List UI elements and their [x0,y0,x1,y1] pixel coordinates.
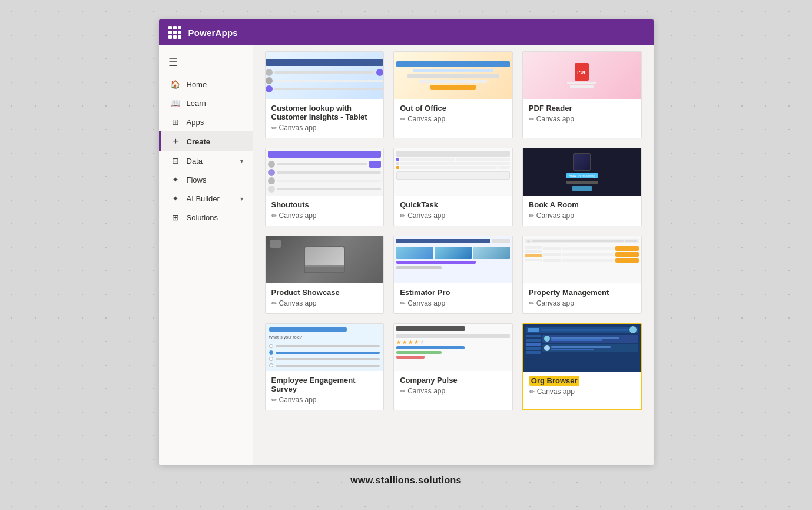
pencil-icon-8: ✏ [400,300,405,307]
pencil-icon-9: ✏ [529,300,534,307]
highlight-label: Org Browser [529,376,579,386]
app-header: PowerApps [159,19,654,45]
card-title-org-browser: Org Browser [529,376,635,385]
card-body-customer-lookup: Customer lookup with Customer Insights -… [266,99,384,138]
sidebar: ☰ 🏠 Home 📖 Learn ⊞ Apps ＋ Create ⊟ Data … [159,45,253,465]
sidebar-label-ai-builder: AI Builder [187,194,220,203]
solutions-icon: ⊞ [170,213,181,222]
sidebar-label-apps: Apps [187,118,204,127]
card-body-quicktask: QuickTask ✏ Canvas app [394,196,512,226]
card-customer-lookup[interactable]: Customer lookup with Customer Insights -… [265,51,385,138]
pencil-icon-12: ✏ [529,388,535,396]
pencil-icon-4: ✏ [271,212,277,220]
card-title-book-room: Book A Room [529,200,635,209]
card-thumbnail-pdf-reader: PDF [523,52,641,99]
sidebar-item-solutions[interactable]: ⊞ Solutions [159,208,253,227]
card-body-property-management: Property Management ✏ Canvas app [523,283,641,313]
card-book-room[interactable]: Book for meeting Book A Room ✏ Canvas ap… [522,148,642,226]
card-body-company-pulse: Company Pulse ✏ Canvas app [394,371,512,401]
app-window: PowerApps ☰ 🏠 Home 📖 Learn ⊞ Apps ＋ Crea… [159,19,654,465]
card-body-employee-engagement: Employee Engagement Survey ✏ Canvas app [266,371,384,410]
pencil-icon-5: ✏ [400,212,405,220]
card-thumbnail-shoutouts [266,148,384,196]
card-product-showcase[interactable]: Product Showcase ✏ Canvas app [265,236,385,314]
sidebar-item-create[interactable]: ＋ Create [159,131,253,151]
card-title-company-pulse: Company Pulse [400,376,506,385]
card-subtitle-org-browser: ✏ Canvas app [529,388,635,396]
hamburger-menu[interactable]: ☰ [159,50,253,75]
card-thumbnail-company-pulse [394,324,512,371]
card-out-of-office[interactable]: Out of Office ✏ Canvas app [393,51,513,138]
data-icon: ⊟ [170,156,181,165]
card-thumbnail-quicktask [394,148,512,196]
card-subtitle-company-pulse: ✏ Canvas app [400,387,506,395]
apps-icon: ⊞ [170,117,181,127]
sidebar-item-learn[interactable]: 📖 Learn [159,94,253,112]
card-quicktask[interactable]: QuickTask ✏ Canvas app [393,148,513,226]
main-layout: ☰ 🏠 Home 📖 Learn ⊞ Apps ＋ Create ⊟ Data … [159,45,654,465]
data-expand-icon: ▾ [240,158,243,164]
card-body-book-room: Book A Room ✏ Canvas app [523,196,641,226]
learn-icon: 📖 [170,98,181,108]
card-subtitle-out-of-office: ✏ Canvas app [400,115,506,123]
pencil-icon-2: ✏ [400,115,405,123]
card-employee-engagement[interactable]: What is your role? [265,323,385,410]
pencil-icon-3: ✏ [529,115,534,123]
card-subtitle-product-showcase: ✏ Canvas app [271,299,378,307]
card-title-pdf-reader: PDF Reader [529,104,635,112]
sidebar-label-create: Create [187,137,210,146]
card-body-out-of-office: Out of Office ✏ Canvas app [394,99,512,129]
card-thumbnail-property-management [523,236,641,283]
card-subtitle-property-management: ✏ Canvas app [529,299,635,307]
card-subtitle-book-room: ✏ Canvas app [529,211,635,220]
card-thumbnail-out-of-office [394,52,512,99]
cards-grid: Customer lookup with Customer Insights -… [265,51,642,410]
card-title-product-showcase: Product Showcase [271,288,378,297]
card-body-shoutouts: Shoutouts ✏ Canvas app [266,196,384,226]
card-subtitle-quicktask: ✏ Canvas app [400,211,506,220]
card-subtitle-shoutouts: ✏ Canvas app [271,211,378,220]
card-body-estimator-pro: Estimator Pro ✏ Canvas app [394,283,512,313]
sidebar-item-ai-builder[interactable]: ✦ AI Builder ▾ [159,189,253,208]
card-property-management[interactable]: Property Management ✏ Canvas app [522,236,642,314]
card-thumbnail-estimator-pro [394,236,512,283]
card-org-browser[interactable]: Org Browser ✏ Canvas app [522,323,642,410]
card-title-shoutouts: Shoutouts [271,200,378,209]
sidebar-label-home: Home [187,80,207,89]
sidebar-item-apps[interactable]: ⊞ Apps [159,112,253,131]
card-estimator-pro[interactable]: Estimator Pro ✏ Canvas app [393,236,513,314]
card-shoutouts[interactable]: Shoutouts ✏ Canvas app [265,148,385,226]
pencil-icon-7: ✏ [271,300,277,307]
footer-url: www.stallions.solutions [350,475,462,485]
card-company-pulse[interactable]: Company Pulse ✏ Canvas app [393,323,513,410]
card-subtitle-customer-lookup: ✏ Canvas app [271,124,378,132]
pencil-icon: ✏ [271,124,277,132]
pencil-icon-6: ✏ [529,212,534,220]
app-title: PowerApps [188,28,238,38]
card-thumbnail-product-showcase [266,236,384,283]
footer: www.stallions.solutions [350,465,462,491]
card-body-org-browser: Org Browser ✏ Canvas app [523,372,641,402]
card-subtitle-pdf-reader: ✏ Canvas app [529,115,635,123]
sidebar-label-solutions: Solutions [187,213,218,222]
card-title-quicktask: QuickTask [400,200,506,209]
waffle-icon[interactable] [168,26,181,39]
pencil-icon-11: ✏ [400,388,405,395]
create-icon: ＋ [170,136,181,147]
ai-builder-icon: ✦ [170,194,181,203]
card-title-customer-lookup: Customer lookup with Customer Insights -… [271,104,378,121]
card-thumbnail-customer-lookup [266,52,384,99]
home-icon: 🏠 [170,80,181,89]
sidebar-item-data[interactable]: ⊟ Data ▾ [159,151,253,170]
card-subtitle-estimator-pro: ✏ Canvas app [400,299,506,307]
pencil-icon-10: ✏ [271,396,277,404]
sidebar-item-home[interactable]: 🏠 Home [159,75,253,94]
sidebar-item-flows[interactable]: ✦ Flows [159,170,253,189]
card-subtitle-employee-engagement: ✏ Canvas app [271,396,378,404]
card-title-employee-engagement: Employee Engagement Survey [271,376,378,393]
sidebar-label-flows: Flows [187,175,207,184]
card-pdf-reader[interactable]: PDF PDF Reader ✏ Canvas app [522,51,642,138]
card-thumbnail-employee-engagement: What is your role? [266,324,384,371]
card-body-pdf-reader: PDF Reader ✏ Canvas app [523,99,641,129]
ai-expand-icon: ▾ [240,196,243,202]
